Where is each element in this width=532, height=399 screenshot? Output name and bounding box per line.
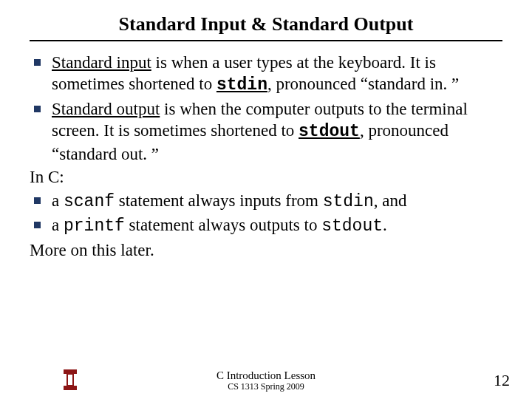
code-stdout2: stdout <box>321 216 383 236</box>
more-label: More on this later. <box>30 239 502 261</box>
title-rule <box>30 40 502 41</box>
bullet-list-1: Standard input is when a user types at t… <box>30 52 502 165</box>
text: statement always outputs to <box>125 216 321 234</box>
page-number: 12 <box>494 371 510 390</box>
bullet-scanf: a scanf statement always inputs from std… <box>52 190 502 213</box>
footer-course: CS 1313 Spring 2009 <box>0 382 532 392</box>
bullet-stdout: Standard output is when the computer out… <box>52 98 502 165</box>
term-stdin: Standard input <box>52 53 151 72</box>
bullet-list-2: a scanf statement always inputs from std… <box>30 190 502 238</box>
text: a <box>52 191 64 210</box>
in-c-label: In C: <box>30 166 502 188</box>
code-scanf: scanf <box>64 192 115 211</box>
text: . <box>383 216 387 234</box>
code-stdin2: stdin <box>323 192 374 211</box>
footer: C Introduction Lesson CS 1313 Spring 200… <box>0 369 532 392</box>
text: , and <box>374 191 407 210</box>
text: a <box>52 216 64 234</box>
footer-lesson: C Introduction Lesson <box>0 369 532 382</box>
slide-body: Standard input is when a user types at t… <box>30 52 502 261</box>
text: statement always inputs from <box>115 191 323 210</box>
text: , pronounced “standard in. ” <box>267 75 459 93</box>
code-printf: printf <box>64 216 125 236</box>
code-stdin: stdin <box>216 75 267 95</box>
code-stdout: stdout <box>299 122 360 141</box>
bullet-stdin: Standard input is when a user types at t… <box>52 52 502 97</box>
term-stdout: Standard output <box>52 100 160 118</box>
bullet-printf: a printf statement always outputs to std… <box>52 214 502 237</box>
slide-title: Standard Input & Standard Output <box>30 13 502 35</box>
